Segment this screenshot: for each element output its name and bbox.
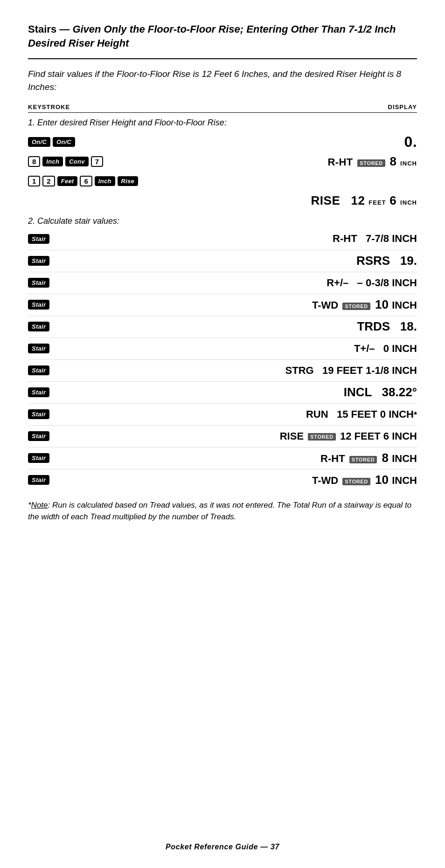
stair-display-3: T-WD STORED 10 INCH xyxy=(112,297,417,312)
step1-label: 1. Enter desired Riser Height and Floor-… xyxy=(28,117,417,128)
stair-btn-10[interactable]: Stair xyxy=(28,453,49,463)
stored-badge-1: STORED xyxy=(357,159,385,167)
stair-key-1: Stair xyxy=(28,256,112,266)
step1-row-2: 1 2 Feet 6 Inch Rise xyxy=(28,172,417,191)
stair-row-7: Stair INCL 38.22° xyxy=(28,381,417,403)
stair-btn-8[interactable]: Stair xyxy=(28,409,49,419)
step1-row-1: 8 Inch Conv 7 R-HT STORED 8 INCH xyxy=(28,152,417,172)
stair-display-7: INCL 38.22° xyxy=(112,385,417,400)
stair-display-8: RUN 15 FEET 0 INCH* xyxy=(112,408,417,420)
footer: Pocket Reference Guide — 37 xyxy=(0,843,445,851)
title-divider xyxy=(28,58,417,59)
key-onc-1[interactable]: On/C xyxy=(28,137,50,147)
rise-display: RISE 12 FEET 6 INCH xyxy=(159,193,417,208)
stair-btn-1[interactable]: Stair xyxy=(28,256,49,266)
stair-row-4: Stair TRDS 18. xyxy=(28,316,417,338)
stair-row-0: Stair R-HT 7-7/8 INCH xyxy=(28,228,417,250)
stored-badge-3: STORED xyxy=(342,303,370,310)
stair-row-3: Stair T-WD STORED 10 INCH xyxy=(28,294,417,316)
step1-keys-0: On/C On/C xyxy=(28,137,159,147)
key-inch-2[interactable]: Inch xyxy=(95,176,115,186)
stair-display-4: TRDS 18. xyxy=(112,319,417,334)
stair-key-2: Stair xyxy=(28,278,112,288)
stored-badge-9: STORED xyxy=(308,433,336,441)
intro-text: Find stair values if the Floor-to-Floor … xyxy=(28,68,417,93)
page-title: Stairs — Given Only the Floor-to-Floor R… xyxy=(28,22,417,50)
display-header: DISPLAY xyxy=(388,103,417,110)
keystroke-header: KEYSTROKE xyxy=(28,103,70,110)
stair-display-6: STRG 19 FEET 1-1/8 INCH xyxy=(112,365,417,377)
key-8[interactable]: 8 xyxy=(28,156,40,167)
key-rise[interactable]: Rise xyxy=(118,176,139,186)
key-inch-1[interactable]: Inch xyxy=(42,157,63,166)
stair-row-1: Stair RSRS 19. xyxy=(28,250,417,272)
stair-btn-2[interactable]: Stair xyxy=(28,278,49,288)
stair-row-11: Stair T-WD STORED 10 INCH xyxy=(28,469,417,491)
note-block: *Note: Run is calculated based on Tread … xyxy=(28,499,417,523)
step1-keys-2: 1 2 Feet 6 Inch Rise xyxy=(28,176,159,186)
stair-btn-7[interactable]: Stair xyxy=(28,387,49,397)
stair-display-5: T+/– 0 INCH xyxy=(112,343,417,355)
title-block: Stairs — Given Only the Floor-to-Floor R… xyxy=(28,22,417,50)
stair-key-7: Stair xyxy=(28,387,112,397)
stair-display-2: R+/– – 0-3/8 INCH xyxy=(112,277,417,289)
stair-key-8: Stair xyxy=(28,409,112,419)
step1-row-0: On/C On/C 0. xyxy=(28,132,417,152)
stair-display-1: RSRS 19. xyxy=(112,254,417,268)
stair-btn-9[interactable]: Stair xyxy=(28,431,49,441)
stair-key-10: Stair xyxy=(28,453,112,463)
step1-keys-1: 8 Inch Conv 7 xyxy=(28,156,159,167)
stair-btn-4[interactable]: Stair xyxy=(28,322,49,331)
stair-display-11: T-WD STORED 10 INCH xyxy=(112,473,417,487)
key-7[interactable]: 7 xyxy=(91,156,103,167)
stair-key-5: Stair xyxy=(28,344,112,353)
stair-row-5: Stair T+/– 0 INCH xyxy=(28,338,417,359)
step1-display-0: 0. xyxy=(159,133,417,151)
stair-key-11: Stair xyxy=(28,475,112,485)
key-1[interactable]: 1 xyxy=(28,176,40,186)
key-conv[interactable]: Conv xyxy=(65,157,89,166)
stair-row-10: Stair R-HT STORED 8 INCH xyxy=(28,447,417,469)
stair-key-4: Stair xyxy=(28,322,112,331)
column-headers: KEYSTROKE DISPLAY xyxy=(28,103,417,113)
stair-display-9: RISE STORED 12 FEET 6 INCH xyxy=(112,430,417,442)
stair-row-8: Stair RUN 15 FEET 0 INCH* xyxy=(28,403,417,425)
stair-btn-3[interactable]: Stair xyxy=(28,300,49,310)
stair-btn-0[interactable]: Stair xyxy=(28,234,49,244)
stair-row-2: Stair R+/– – 0-3/8 INCH xyxy=(28,272,417,294)
stored-badge-11: STORED xyxy=(342,478,370,485)
stair-key-6: Stair xyxy=(28,365,112,375)
stair-key-3: Stair xyxy=(28,300,112,310)
stair-row-6: Stair STRG 19 FEET 1-1/8 INCH xyxy=(28,359,417,381)
stair-display-10: R-HT STORED 8 INCH xyxy=(112,451,417,465)
stair-key-0: Stair xyxy=(28,234,112,244)
rise-display-row: RISE 12 FEET 6 INCH xyxy=(28,191,417,211)
stair-key-9: Stair xyxy=(28,431,112,441)
key-onc-2[interactable]: On/C xyxy=(53,137,75,147)
stair-row-9: Stair RISE STORED 12 FEET 6 INCH xyxy=(28,425,417,447)
stair-btn-5[interactable]: Stair xyxy=(28,344,49,353)
stair-btn-6[interactable]: Stair xyxy=(28,365,49,375)
step2-label: 2. Calculate stair values: xyxy=(28,216,417,226)
key-feet-1[interactable]: Feet xyxy=(57,176,78,186)
stair-display-0: R-HT 7-7/8 INCH xyxy=(112,233,417,245)
stair-rows: Stair R-HT 7-7/8 INCH Stair RSRS 19. Sta… xyxy=(28,228,417,491)
key-2[interactable]: 2 xyxy=(42,176,55,186)
key-6[interactable]: 6 xyxy=(80,176,92,186)
stair-btn-11[interactable]: Stair xyxy=(28,475,49,485)
stored-badge-10: STORED xyxy=(349,456,377,463)
step1-display-1: R-HT STORED 8 INCH xyxy=(159,154,417,169)
